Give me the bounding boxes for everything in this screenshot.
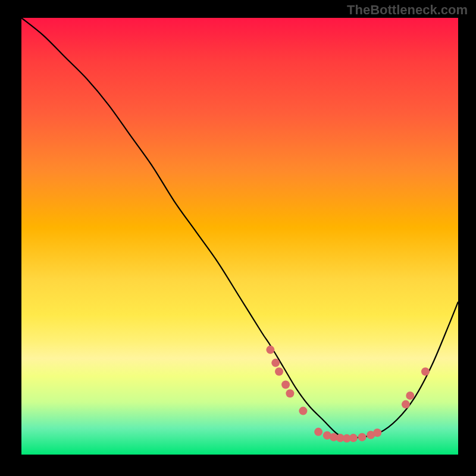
chart-marker	[349, 434, 358, 442]
chart-marker	[406, 392, 414, 400]
chart-markers	[266, 346, 430, 443]
chart-marker	[271, 359, 280, 367]
chart-svg-layer	[21, 18, 458, 455]
chart-marker	[358, 433, 367, 441]
chart-marker	[314, 428, 322, 436]
bottleneck-curve	[21, 18, 458, 438]
chart-marker	[402, 400, 410, 409]
chart-marker	[275, 368, 283, 376]
chart-marker	[421, 368, 430, 376]
chart-marker	[299, 407, 307, 415]
chart-marker	[281, 381, 290, 389]
watermark-text: TheBottleneck.com	[347, 2, 468, 18]
chart-marker	[266, 346, 274, 354]
chart-marker	[286, 389, 294, 397]
chart-plot-area	[21, 18, 458, 455]
chart-marker	[373, 428, 381, 437]
